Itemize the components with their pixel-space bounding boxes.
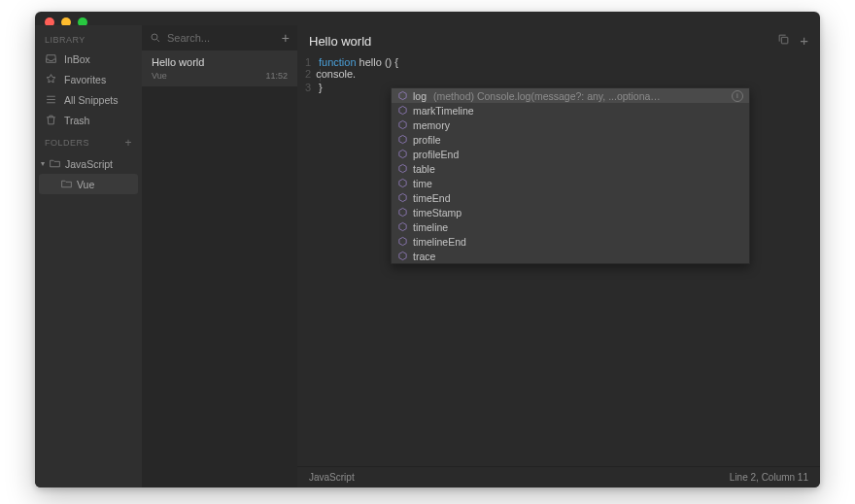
autocomplete-item[interactable]: timeEnd: [392, 190, 749, 205]
autocomplete-label: timeStamp: [413, 207, 462, 218]
sidebar-item-label: InBox: [64, 53, 90, 65]
autocomplete-detail: (method) Console.log(message?: any, ...o…: [433, 90, 661, 102]
search-bar[interactable]: Search... +: [142, 25, 297, 50]
search-icon: [150, 32, 161, 44]
autocomplete-label: profile: [413, 134, 441, 146]
folder-javascript[interactable]: ▾ JavaScript: [35, 153, 142, 174]
method-icon: [397, 221, 408, 232]
list-icon: [45, 93, 57, 106]
method-icon: [397, 105, 408, 116]
snippet-list-panel: Search... + Hello world Vue 11:52: [142, 25, 297, 487]
copy-icon[interactable]: [777, 33, 790, 49]
folder-label: Vue: [77, 179, 94, 190]
library-label: Library: [45, 35, 86, 45]
autocomplete-label: memory: [413, 119, 450, 131]
sidebar-item-trash[interactable]: Trash: [35, 110, 142, 130]
sidebar-item-label: Favorites: [64, 74, 106, 85]
autocomplete-label: trace: [413, 251, 435, 262]
method-icon: [397, 149, 408, 159]
code-editor[interactable]: 1 function hello () { 2 console. 3 } log: [297, 56, 820, 466]
autocomplete-popup[interactable]: log (method) Console.log(message?: any, …: [391, 87, 750, 264]
autocomplete-label: markTimeline: [413, 105, 474, 117]
autocomplete-item[interactable]: trace: [392, 249, 749, 263]
autocomplete-item[interactable]: memory: [392, 118, 749, 132]
snippet-title: Hello world: [152, 56, 288, 68]
autocomplete-label: time: [413, 178, 432, 189]
method-icon: [397, 119, 408, 130]
method-icon: [397, 192, 408, 203]
line-number: 1: [297, 56, 319, 68]
editor-title: Hello world: [309, 34, 371, 49]
inbox-icon: [45, 52, 57, 65]
sidebar-item-all-snippets[interactable]: All Snippets: [35, 89, 142, 110]
autocomplete-item[interactable]: timeStamp: [392, 205, 749, 219]
star-icon: [45, 73, 57, 85]
autocomplete-item[interactable]: log (method) Console.log(message?: any, …: [392, 88, 749, 103]
method-icon: [397, 163, 408, 174]
add-folder-button[interactable]: +: [124, 136, 132, 150]
add-icon[interactable]: +: [800, 33, 808, 49]
line-number: 3: [297, 82, 319, 93]
folder-icon: [60, 178, 73, 190]
status-bar: JavaScript Line 2, Column 11: [297, 466, 820, 487]
snippet-time: 11:52: [265, 71, 288, 81]
code-line: 2 console.: [297, 68, 820, 82]
autocomplete-item[interactable]: profileEnd: [392, 147, 749, 161]
folder-icon: [49, 157, 61, 170]
add-snippet-button[interactable]: +: [282, 31, 290, 45]
search-placeholder: Search...: [167, 32, 276, 44]
folder-vue[interactable]: Vue: [39, 174, 138, 194]
info-icon[interactable]: i: [732, 90, 743, 102]
editor-header: Hello world +: [297, 25, 820, 56]
autocomplete-item[interactable]: markTimeline: [392, 103, 749, 118]
method-icon: [397, 90, 408, 101]
autocomplete-item[interactable]: timeline: [392, 219, 749, 234]
autocomplete-label: table: [413, 163, 435, 175]
method-icon: [397, 236, 408, 247]
sidebar-item-label: Trash: [64, 115, 89, 126]
snippet-folder: Vue: [152, 71, 167, 81]
sidebar-item-favorites[interactable]: Favorites: [35, 69, 142, 89]
method-icon: [397, 178, 408, 188]
sidebar-item-inbox[interactable]: InBox: [35, 49, 142, 69]
method-icon: [397, 134, 408, 145]
autocomplete-label: timeEnd: [413, 192, 451, 204]
method-icon: [397, 207, 408, 218]
chevron-down-icon: ▾: [41, 159, 45, 168]
library-section-header: Library: [35, 29, 142, 49]
sidebar: Library InBox Favorites All Snippets Tra…: [35, 25, 142, 487]
app-window: Library InBox Favorites All Snippets Tra…: [35, 12, 820, 487]
autocomplete-item[interactable]: timelineEnd: [392, 234, 749, 249]
snippet-item[interactable]: Hello world Vue 11:52: [142, 50, 297, 86]
autocomplete-label: timelineEnd: [413, 236, 466, 248]
folders-section-header: Folders +: [35, 130, 142, 153]
autocomplete-item[interactable]: time: [392, 176, 749, 190]
editor-panel: Hello world + 1 function hello () { 2 co…: [297, 25, 820, 487]
svg-rect-1: [782, 37, 789, 44]
sidebar-item-label: All Snippets: [64, 94, 118, 106]
svg-point-0: [152, 34, 157, 40]
trash-icon: [45, 114, 57, 126]
code-line: 1 function hello () {: [297, 56, 820, 68]
method-icon: [397, 251, 408, 261]
autocomplete-label: log: [413, 90, 427, 102]
autocomplete-item[interactable]: profile: [392, 132, 749, 147]
autocomplete-label: timeline: [413, 221, 448, 233]
folder-label: JavaScript: [65, 158, 113, 170]
cursor-position[interactable]: Line 2, Column 11: [730, 472, 808, 483]
autocomplete-label: profileEnd: [413, 149, 459, 160]
folders-label: Folders: [45, 138, 89, 148]
titlebar: [35, 12, 820, 25]
autocomplete-item[interactable]: table: [392, 161, 749, 176]
language-indicator[interactable]: JavaScript: [309, 472, 355, 483]
